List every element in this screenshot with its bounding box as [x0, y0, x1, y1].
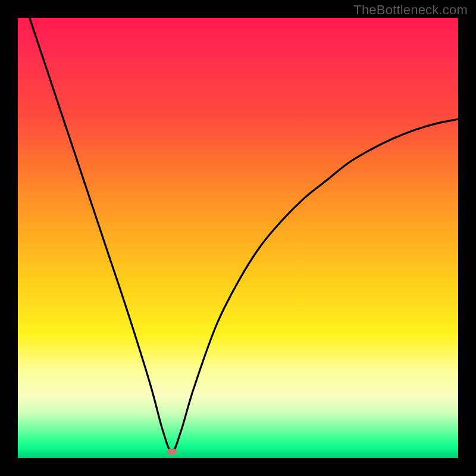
chart-svg: [18, 18, 458, 458]
bottleneck-curve: [18, 18, 458, 452]
watermark: TheBottleneck.com: [353, 2, 468, 18]
optimal-point-marker: [167, 449, 177, 455]
plot-area: [18, 18, 458, 458]
